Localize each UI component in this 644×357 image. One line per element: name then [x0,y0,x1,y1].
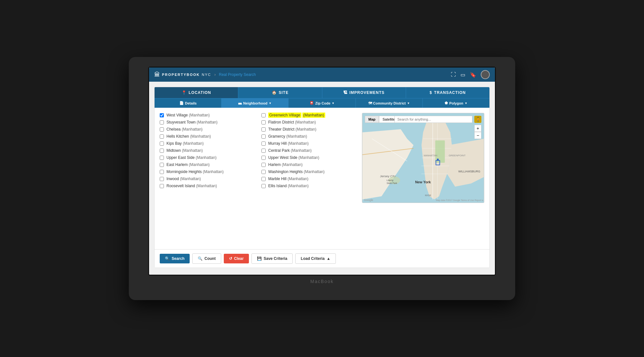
bookmark-icon[interactable]: 🔖 [470,72,476,78]
pegman-icon[interactable]: 🧍 [474,116,481,123]
checkbox-murray-hill[interactable] [261,142,266,146]
item-label: Theater District (Manhattan) [268,127,316,132]
nav-breadcrumb-link[interactable]: Real Property Search [219,72,256,77]
list-item: West Village (Manhattan) [160,113,255,117]
avatar[interactable] [481,70,490,79]
checkbox-east-harlem[interactable] [160,163,164,167]
list-item: Kips Bay (Manhattan) [160,141,255,146]
item-label: Chelsea (Manhattan) [166,127,203,132]
map-container[interactable]: Jersey City New York New York WILLIAMSBU… [362,113,484,203]
item-label: East Harlem (Manhattan) [166,162,210,167]
nav-chevron-icon: › [214,72,216,77]
list-item: Flatiron District (Manhattan) [261,120,357,124]
list-item: Midtown (Manhattan) [160,148,255,153]
search-icon: 🔍 [165,256,170,261]
checkbox-ellis-island[interactable] [261,184,266,188]
item-label: Stuyvesant Town (Manhattan) [166,120,218,124]
tab-zipcode[interactable]: 📮 Zip Code ▼ [289,98,355,108]
content-area: West Village (Manhattan) Stuyvesant Town… [155,108,489,249]
highlighted-borough: (Manhattan) [302,113,325,118]
tab-location[interactable]: 📍 LOCATION [155,87,238,98]
clear-button[interactable]: ↺ Clear [224,254,249,263]
checkbox-flatiron-district[interactable] [261,120,266,124]
laptop-frame: 🏛 PROPERTYBOOK NYC › Real Property Searc… [129,57,515,300]
tab-neighborhood[interactable]: 🏘 Neighborhood ▼ [222,98,289,108]
map-zoom-in[interactable]: + [474,125,481,132]
checkbox-morningside-heights[interactable] [160,170,164,174]
item-label: Inwood (Manhattan) [166,177,201,181]
checkbox-roosevelt-island[interactable] [160,184,164,188]
zipcode-icon: 📮 [309,101,314,105]
item-label: Upper East Side (Manhattan) [166,155,216,160]
checkbox-col-2: Greenwich Village (Manhattan) Flatiron D… [261,113,357,244]
brand-name: PROPERTYBOOK [162,73,200,77]
list-item: Chelsea (Manhattan) [160,127,255,132]
tab-zipcode-label: Zip Code [315,101,330,105]
load-criteria-button[interactable]: Load Criteria ▲ [295,253,336,264]
item-label: Greenwich Village (Manhattan) [268,113,325,117]
tab-site-label: SITE [279,90,289,95]
item-label: Gramercy (Manhattan) [268,134,307,139]
tab-details[interactable]: 📄 Details [155,98,222,108]
list-item: Gramercy (Manhattan) [261,134,357,139]
map-search-input[interactable] [394,116,472,123]
tab-polygon[interactable]: ⬟ Polygon ▼ [423,98,489,108]
item-label: Central Park (Manhattan) [268,148,312,153]
map-svg: Jersey City New York New York WILLIAMSBU… [362,113,484,203]
tab-transaction[interactable]: $ TRANSACTION [406,87,489,98]
primary-tab-bar: 📍 LOCATION 🏠 SITE 🏗 IMPROVEMENTS $ TRANS… [155,87,489,98]
checkbox-kips-bay[interactable] [160,142,164,146]
map-zoom-out[interactable]: − [474,132,481,139]
checkbox-midtown[interactable] [160,149,164,153]
item-label: Murray Hill (Manhattan) [268,141,308,146]
search-button[interactable]: 🔍 Search [160,254,190,263]
item-label: Morningside Heights (Manhattan) [166,169,223,174]
fullscreen-icon[interactable]: ⛶ [451,72,456,78]
list-item: Inwood (Manhattan) [160,177,255,181]
list-item: Murray Hill (Manhattan) [261,141,357,146]
checkbox-hells-kitchen[interactable] [160,134,164,139]
list-item: Roosevelt Island (Manhattan) [160,184,255,188]
svg-text:WILLIAMSBURG: WILLIAMSBURG [458,170,480,173]
checkbox-central-park[interactable] [261,149,266,153]
improvements-icon: 🏗 [343,90,347,95]
tab-community-district[interactable]: 🗺 Community District ▼ [356,98,423,108]
list-item: East Harlem (Manhattan) [160,162,255,167]
checkbox-upper-east-side[interactable] [160,156,164,160]
checkbox-gramercy[interactable] [261,134,266,139]
checkbox-west-village[interactable] [160,113,164,117]
save-criteria-button[interactable]: 💾 Save Criteria [251,253,293,264]
count-button[interactable]: 🔍 Count [192,253,221,264]
checkbox-marble-hill[interactable] [261,177,266,181]
zipcode-filter-icon: ▼ [332,102,335,105]
checkbox-harlem[interactable] [261,163,266,167]
load-button-label: Load Criteria [301,256,325,261]
checkbox-upper-west-side[interactable] [261,156,266,160]
nav-right: ⛶ ▭ 🔖 [451,70,490,79]
checkbox-chelsea[interactable] [160,127,164,132]
svg-point-12 [437,159,439,160]
checkbox-washington-heights[interactable] [261,170,266,174]
neighborhood-filter-icon: ▼ [269,102,271,105]
search-panel: 📍 LOCATION 🏠 SITE 🏗 IMPROVEMENTS $ TRANS… [154,87,490,268]
svg-text:Liberty: Liberty [387,179,393,182]
brand-icon: 🏛 [154,71,160,78]
map-btn-map[interactable]: Map [365,116,379,123]
checkbox-inwood[interactable] [160,177,164,181]
highlighted-label: Greenwich Village [268,113,301,118]
tab-site[interactable]: 🏠 SITE [238,87,322,98]
tab-location-label: LOCATION [189,90,211,95]
community-icon: 🗺 [368,101,372,105]
neighborhood-icon: 🏘 [238,101,242,105]
checkbox-theater-district[interactable] [261,127,266,132]
count-button-label: Count [204,256,216,261]
search-button-label: Search [172,256,185,261]
checkbox-greenwich-village[interactable] [261,113,266,117]
location-icon: 📍 [182,90,187,95]
load-chevron-icon: ▲ [327,256,330,261]
window-icon[interactable]: ▭ [460,72,465,78]
list-item: Theater District (Manhattan) [261,127,357,132]
checkbox-stuyvesant-town[interactable] [160,120,164,124]
tab-improvements[interactable]: 🏗 IMPROVEMENTS [322,87,406,98]
svg-text:State Park: State Park [387,182,397,184]
